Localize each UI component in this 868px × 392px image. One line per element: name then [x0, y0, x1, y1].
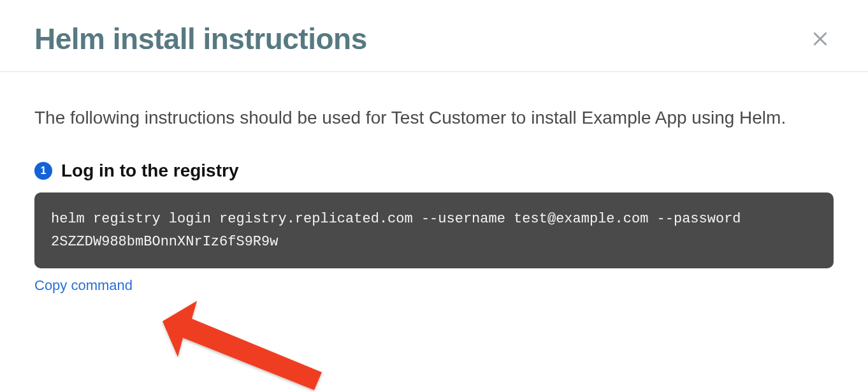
close-icon	[811, 29, 830, 48]
modal-title: Helm install instructions	[34, 22, 367, 56]
intro-text: The following instructions should be use…	[34, 104, 834, 131]
copy-command-link[interactable]: Copy command	[34, 277, 133, 294]
step-number-badge: 1	[34, 162, 52, 180]
modal-body: The following instructions should be use…	[0, 72, 868, 294]
command-code-block: helm registry login registry.replicated.…	[34, 192, 834, 268]
close-button[interactable]	[807, 25, 834, 52]
helm-install-modal: Helm install instructions The following …	[0, 0, 868, 392]
modal-header: Helm install instructions	[0, 0, 868, 72]
step-title: Log in to the registry	[61, 161, 238, 181]
step-header: 1 Log in to the registry	[34, 161, 834, 181]
